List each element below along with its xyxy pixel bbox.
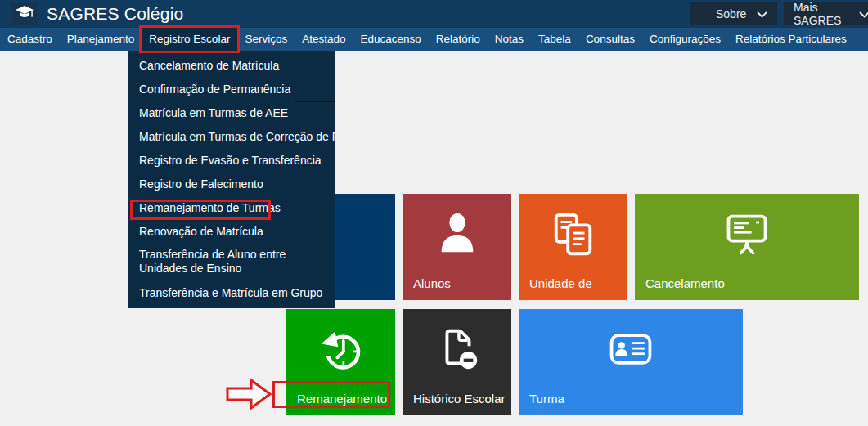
chevron-down-icon <box>859 7 868 20</box>
person-icon <box>434 211 481 262</box>
tile-cancelamento[interactable]: Cancelamento <box>635 194 859 300</box>
page-title: SAGRES Colégio <box>47 0 183 28</box>
menu-item-notas[interactable]: Notas <box>488 28 531 51</box>
history-clock-icon <box>317 326 366 377</box>
tile-label: Histórico Escolar <box>413 392 506 406</box>
tile-alunos[interactable]: Alunos <box>403 194 511 300</box>
registro-escolar-dropdown: Cancelamento de Matrícula Confirmação de… <box>128 51 335 308</box>
tile-turma[interactable]: Turma <box>519 309 743 415</box>
dropdown-item-renovacao-matricula[interactable]: Renovação de Matrícula <box>128 220 335 244</box>
dropdown-item-transferencia-grupo[interactable]: Transferência e Matrícula em Grupo <box>128 281 335 305</box>
menu-item-servicos[interactable]: Serviços <box>237 28 295 51</box>
dropdown-item-confirmacao-permanencia[interactable]: Confirmação de Permanência <box>128 78 335 101</box>
tile-label: Cancelamento <box>645 276 725 290</box>
tile-label: Unidade de <box>529 276 592 290</box>
app-header: SAGRES Colégio Sobre Mais SAGRES <box>0 0 868 28</box>
menu-separator-line <box>295 101 335 102</box>
graduation-cap-icon <box>15 5 34 25</box>
documents-copy-icon <box>550 211 597 262</box>
menu-item-educacenso[interactable]: Educacenso <box>353 28 428 51</box>
dropdown-item-matricula-aee[interactable]: Matrícula em Turmas de AEE <box>128 101 335 125</box>
presentation-board-icon <box>722 211 771 262</box>
red-arrow-annotation <box>226 377 273 415</box>
id-card-icon <box>606 326 655 377</box>
red-highlight-box-dropdown-item <box>130 200 271 220</box>
dropdown-item-matricula-correcao-fluxo[interactable]: Matrícula em Turmas de Correção de Fluxo <box>128 125 335 149</box>
dropdown-item-registro-falecimento[interactable]: Registro de Falecimento <box>128 173 335 196</box>
red-highlight-box-tile-label <box>272 381 390 408</box>
sobre-dropdown[interactable]: Sobre <box>690 2 777 25</box>
chevron-down-icon <box>757 7 767 20</box>
tile-label: Alunos <box>413 276 451 290</box>
main-menubar: Cadastro Planejamento Registro Escolar S… <box>0 28 868 51</box>
mais-sagres-button[interactable]: Mais SAGRES <box>784 2 868 25</box>
menu-item-relatorio[interactable]: Relatório <box>429 28 488 51</box>
dropdown-item-registro-evasao[interactable]: Registro de Evasão e Transferência <box>128 149 335 173</box>
tile-historico-escolar[interactable]: Histórico Escolar <box>403 309 511 415</box>
menu-item-relatorios-particulares[interactable]: Relatórios Particulares <box>728 28 854 51</box>
mais-sagres-label: Mais SAGRES <box>794 1 851 27</box>
menu-item-configuracoes[interactable]: Configurações <box>642 28 728 51</box>
sagres-app-window: SAGRES Colégio Sobre Mais SAGRES Cadastr… <box>0 0 868 426</box>
menu-item-atestado[interactable]: Atestado <box>295 28 353 51</box>
menu-item-planejamento[interactable]: Planejamento <box>60 28 142 51</box>
dropdown-item-transferencia-aluno[interactable]: Transferência de Aluno entre Unidades de… <box>128 244 335 281</box>
sobre-label: Sobre <box>716 7 746 20</box>
menu-item-registro-escolar[interactable]: Registro Escolar <box>142 28 237 51</box>
menu-item-tabela[interactable]: Tabela <box>531 28 578 51</box>
document-remove-icon <box>434 326 481 377</box>
tile-unidade-de-ensino[interactable]: Unidade de <box>519 194 627 300</box>
home-logo-button[interactable] <box>11 3 37 25</box>
menu-item-cadastro[interactable]: Cadastro <box>0 28 60 51</box>
menu-item-consultas[interactable]: Consultas <box>578 28 642 51</box>
dropdown-item-cancelamento-matricula[interactable]: Cancelamento de Matrícula <box>128 54 335 78</box>
tile-label: Turma <box>529 392 564 406</box>
